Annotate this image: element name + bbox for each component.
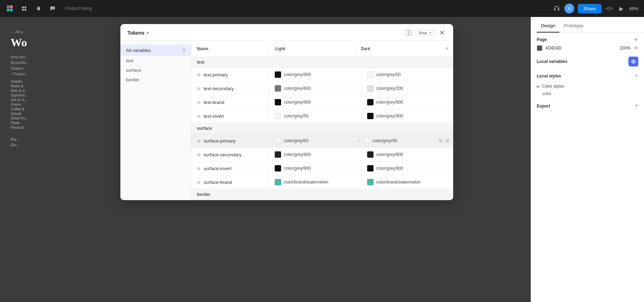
- var-dark-cell-surface-invert[interactable]: color/grey/900: [361, 162, 454, 175]
- sidebar-item-all-variables[interactable]: All variables 9: [120, 45, 191, 56]
- play-icon[interactable]: ▶: [617, 4, 626, 13]
- page-section-header: Page 👁: [537, 37, 638, 42]
- select-tool-icon[interactable]: [20, 4, 28, 13]
- var-value-label: color/grey/900: [376, 100, 403, 105]
- color-styles-chevron-icon[interactable]: ▶: [537, 84, 540, 89]
- svg-rect-5: [22, 6, 24, 8]
- modal-title-chevron-icon[interactable]: ▾: [147, 30, 149, 35]
- add-export-button[interactable]: +: [634, 102, 638, 110]
- var-name-label: text-invert: [204, 114, 224, 119]
- var-value-label: color/grey/50: [372, 138, 397, 143]
- color-swatch: [275, 99, 281, 105]
- local-variables-section: Local variables: [537, 57, 638, 66]
- local-styles-section: Local styles + ▶ Color styles color: [537, 72, 638, 97]
- var-light-cell-surface-primary[interactable]: color/grey/50: [269, 134, 353, 147]
- var-name-cell-text-brand: ⊕ text-brand: [191, 96, 269, 109]
- color-styles-row: ▶ Color styles: [537, 84, 638, 89]
- var-light-cell-text-invert[interactable]: color/grey/50: [269, 109, 361, 123]
- toolbar-left: Product listing: [6, 4, 547, 13]
- var-name-label: text-primary: [204, 72, 228, 77]
- add-local-style-button[interactable]: +: [634, 72, 638, 80]
- var-light-cell-surface-secondary[interactable]: color/grey/800: [269, 148, 361, 161]
- var-name-label: surface-primary: [204, 138, 235, 144]
- page-section-title: Page: [537, 37, 547, 42]
- color-swatch: [367, 113, 374, 119]
- table-header: Name Light Dark +: [191, 41, 453, 57]
- toolbar-right: U Share </> ▶ 49%: [552, 4, 638, 13]
- color-swatch: [367, 151, 374, 158]
- right-panel-tabs: Design Prototype: [531, 17, 644, 33]
- tab-design[interactable]: Design: [537, 19, 559, 33]
- modal-close-button[interactable]: ✕: [438, 29, 446, 37]
- link-icon[interactable]: ⧉: [439, 138, 443, 144]
- svg-rect-6: [24, 6, 26, 8]
- var-dark-cell-surface-brand[interactable]: color/brand/watermelon: [361, 175, 454, 189]
- var-type-icon: ⊕: [197, 100, 201, 105]
- modal-header: Tokens ▾ Beta ↗ ✕: [120, 24, 453, 41]
- var-value-label: color/grey/800: [284, 152, 311, 157]
- var-dark-cell-text-primary[interactable]: color/grey/50: [361, 68, 454, 81]
- canvas-list-2: Herbs & ...: [11, 84, 30, 88]
- color-styles-section: ▶ Color styles color: [537, 84, 638, 97]
- var-dark-cell-text-secondary[interactable]: color/grey/200: [361, 82, 454, 95]
- local-variables-row: Local variables: [537, 57, 638, 66]
- var-light-cell-surface-invert[interactable]: color/grey/900: [269, 162, 361, 175]
- var-value-label: color/grey/50: [284, 114, 308, 118]
- color-swatch: [275, 151, 281, 158]
- var-name-cell-text-primary: ⊕ text-primary: [191, 69, 269, 81]
- var-type-icon: ⊕: [197, 166, 201, 171]
- export-row: Export +: [537, 102, 638, 110]
- canvas-list-4: Superfoo...: [11, 93, 30, 97]
- external-link-icon: ↗: [428, 31, 431, 35]
- color-swatch: [363, 138, 370, 144]
- var-light-cell-text-secondary[interactable]: color/grey/600: [269, 82, 361, 95]
- var-name-cell-text-invert: ⊕ text-invert: [191, 110, 269, 122]
- sidebar-item-surface[interactable]: surface: [120, 65, 191, 75]
- layout-toggle[interactable]: [406, 30, 412, 36]
- table-row: ⊕ text-invert color/grey/50 color/grey/9…: [191, 109, 453, 123]
- figma-logo-icon[interactable]: [6, 4, 14, 13]
- var-dark-cell-text-invert[interactable]: color/grey/900: [361, 109, 454, 123]
- canvas-footer-2: Em...: [11, 143, 20, 147]
- zoom-level[interactable]: 49%: [629, 6, 638, 11]
- var-dark-cell-surface-secondary[interactable]: color/grey/800: [361, 148, 454, 161]
- th-dark: Dark: [355, 42, 441, 56]
- sidebar-item-text[interactable]: text: [120, 56, 191, 65]
- canvas-list-10: Pasta: [11, 121, 30, 125]
- page-visibility-icon[interactable]: 👁: [633, 37, 638, 42]
- sidebar-item-all-count: 9: [183, 48, 185, 53]
- comment-tool-icon[interactable]: [48, 4, 57, 13]
- code-icon[interactable]: </>: [605, 4, 614, 13]
- var-type-icon: ⊕: [197, 86, 201, 91]
- var-dark-cell-surface-primary[interactable]: | color/grey/50: [353, 134, 436, 147]
- color-swatch: [275, 138, 281, 144]
- page-opacity-visibility-icon[interactable]: 👁: [633, 45, 638, 51]
- var-light-cell-text-primary[interactable]: color/grey/900: [269, 68, 361, 81]
- tab-prototype[interactable]: Prototype: [559, 19, 588, 33]
- canvas-list-8: Cereal: [11, 112, 30, 116]
- back-link[interactable]: ← All p: [11, 30, 30, 34]
- svg-rect-2: [7, 8, 10, 11]
- svg-rect-12: [406, 30, 409, 36]
- svg-rect-3: [10, 8, 13, 11]
- page-color-swatch[interactable]: [537, 45, 542, 51]
- canvas-list-5: Oils & Vi...: [11, 98, 30, 102]
- local-variables-button[interactable]: [628, 57, 638, 66]
- color-swatch: [367, 71, 374, 78]
- page-color-hex: 4D4D4D: [545, 46, 617, 51]
- var-type-icon: ⊕: [197, 152, 201, 157]
- sidebar-item-border[interactable]: border: [120, 75, 191, 85]
- var-name-label: text-brand: [204, 100, 224, 105]
- modal-body: All variables 9 text surface border Name…: [120, 41, 453, 200]
- var-dark-cell-text-brand[interactable]: color/grey/900: [361, 95, 454, 109]
- var-light-cell-text-brand[interactable]: color/grey/900: [269, 95, 361, 109]
- var-value-label: color/brand/watermelon: [284, 180, 328, 185]
- th-add-button[interactable]: +: [441, 41, 454, 57]
- share-button[interactable]: Share: [578, 4, 602, 13]
- var-light-cell-surface-brand[interactable]: color/brand/watermelon: [269, 175, 361, 189]
- adjust-icon[interactable]: ⊞: [445, 138, 450, 144]
- hand-tool-icon[interactable]: [34, 4, 42, 13]
- var-value-label: color/grey/50: [376, 72, 401, 77]
- table-row: ⊕ text-brand color/grey/900 color/grey/9…: [191, 95, 453, 109]
- headphones-icon[interactable]: [552, 4, 561, 13]
